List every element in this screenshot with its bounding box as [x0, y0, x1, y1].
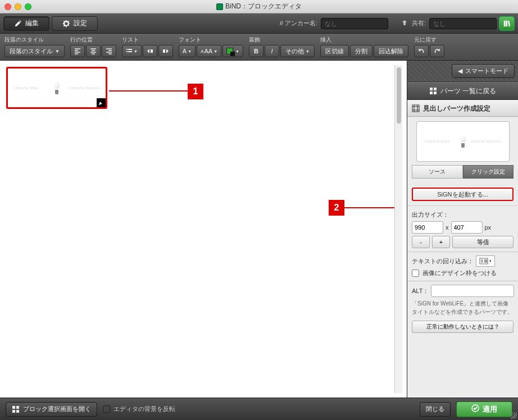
output-size-label: 出力サイズ：: [412, 211, 514, 219]
lightbulb-icon: [459, 135, 467, 148]
chevron-down-icon: ▼: [55, 49, 60, 54]
preview-text-right: CREATE DESIGN: [69, 86, 100, 90]
block-select-button[interactable]: ブロック選択画面を開く: [6, 402, 97, 417]
indent-button[interactable]: [158, 45, 173, 57]
insert-hr-button[interactable]: 区切線: [320, 45, 349, 57]
window-title: BiND：ブロックエディタ: [225, 2, 302, 11]
insert-label: 挿入: [320, 36, 408, 44]
part-preview: CREATE IDEA CREATE DESIGN: [416, 121, 510, 162]
tab-settings[interactable]: 設定: [52, 16, 98, 31]
launch-sign-button[interactable]: SiGNを起動する...: [412, 188, 514, 201]
troubleshoot-button[interactable]: 正常に動作しないときには？: [412, 321, 514, 333]
italic-button[interactable]: I: [265, 45, 279, 57]
line-position-label: 行の位置: [70, 36, 116, 44]
design-frame-checkbox[interactable]: [412, 270, 419, 277]
redo-button[interactable]: [430, 45, 444, 57]
font-color-button[interactable]: ▼: [222, 45, 243, 57]
apply-button[interactable]: 適用: [456, 401, 512, 417]
side-panel: ◀ スマートモード パーツ 一覧に戻る 見出しパーツ作成設定: [407, 61, 518, 398]
output-width-input[interactable]: [412, 221, 443, 234]
undo-label: 元に戻す: [414, 36, 444, 44]
anchor-label: # アンカー名:: [280, 19, 317, 28]
main-tabbar: 編集 設定 # アンカー名: 共有:: [0, 13, 518, 34]
callout-line-1: [109, 90, 188, 92]
clear-float-button[interactable]: 回込解除: [374, 45, 408, 57]
lightbulb-icon: [53, 82, 61, 94]
edit-handle-icon[interactable]: [97, 98, 106, 107]
film-icon: [412, 104, 420, 112]
callout-badge-1: 1: [188, 84, 203, 99]
other-decoration-button[interactable]: その他▼: [280, 45, 315, 57]
output-height-input[interactable]: [451, 221, 483, 234]
help-description: 「SiGN for WebLiFE」と連携して画像タイトルなどを作成できるパーツ…: [412, 299, 514, 316]
heading-part-block[interactable]: CREATE IDEA CREATE DESIGN: [6, 67, 107, 109]
arrow-left-icon: ◀: [458, 67, 462, 75]
undo-button[interactable]: [414, 45, 429, 57]
text-wrap-dropdown[interactable]: ▾: [476, 255, 495, 267]
alt-input[interactable]: [431, 285, 514, 297]
preview-text-left: CREATE IDEA: [13, 86, 39, 90]
paragraph-style-label: 段落のスタイル: [4, 36, 65, 44]
titlebar: BiND：ブロックエディタ: [0, 0, 518, 13]
gear-icon: [62, 20, 70, 28]
anchor-input[interactable]: [321, 18, 388, 29]
decoration-label: 装飾: [249, 36, 315, 44]
callout-line-2: [344, 207, 398, 208]
bold-button[interactable]: B: [249, 45, 263, 57]
outdent-button[interactable]: [143, 45, 157, 57]
size-decrease-button[interactable]: -: [412, 236, 430, 248]
footer-bar: ブロック選択画面を開く エディタの背景を反転 閉じる 適用: [0, 398, 518, 420]
tab-click-settings[interactable]: クリック設定: [463, 165, 514, 179]
share-icon: [401, 20, 408, 28]
font-family-button[interactable]: A▼: [179, 45, 196, 57]
color-swatch-icon: [226, 48, 233, 54]
section-header: 見出しパーツ作成設定: [407, 100, 518, 117]
align-right-button[interactable]: [102, 45, 116, 57]
size-increase-button[interactable]: +: [432, 236, 450, 248]
tab-edit[interactable]: 編集: [3, 16, 49, 31]
share-label: 共有:: [412, 19, 426, 28]
invert-bg-checkbox[interactable]: エディタの背景を反転: [103, 405, 175, 413]
formatting-toolbar: 段落のスタイル 段落のスタイル ▼ 行の位置 リスト ▼: [0, 34, 518, 61]
font-size-button[interactable]: AAA▼: [197, 45, 221, 57]
font-label: フォント: [179, 36, 243, 44]
svg-rect-2: [484, 259, 487, 263]
align-left-button[interactable]: [70, 45, 85, 57]
canvas-scrollbar[interactable]: [394, 65, 402, 393]
resize-grip-icon[interactable]: [510, 412, 517, 419]
parts-back-button[interactable]: パーツ 一覧に戻る: [407, 82, 518, 100]
size-original-button[interactable]: 等倍: [452, 236, 514, 248]
pencil-icon: [14, 20, 22, 28]
paragraph-style-dropdown[interactable]: 段落のスタイル ▼: [4, 45, 65, 57]
grid-icon: [429, 87, 437, 95]
app-icon: [216, 3, 223, 10]
alt-label: ALT：: [412, 287, 429, 295]
text-wrap-label: テキストの回り込み：: [412, 257, 474, 266]
smart-mode-button[interactable]: ◀ スマートモード: [452, 64, 515, 78]
grid-icon: [12, 405, 20, 413]
scrollbar-thumb[interactable]: [397, 67, 401, 124]
design-frame-label: 画像にデザイン枠をつける: [422, 269, 497, 277]
editor-canvas[interactable]: CREATE IDEA CREATE DESIGN 1 2: [0, 61, 407, 398]
insert-split-button[interactable]: 分割: [350, 45, 372, 57]
callout-badge-2: 2: [329, 200, 344, 216]
tab-source[interactable]: ソース: [412, 165, 463, 179]
share-input[interactable]: [429, 18, 497, 29]
bullet-list-button[interactable]: ▼: [122, 45, 142, 57]
align-center-button[interactable]: [86, 45, 101, 57]
close-button[interactable]: 閉じる: [420, 402, 451, 417]
check-icon: [471, 404, 479, 414]
library-button[interactable]: [499, 16, 515, 31]
list-label: リスト: [122, 36, 173, 44]
svg-rect-0: [412, 105, 419, 112]
